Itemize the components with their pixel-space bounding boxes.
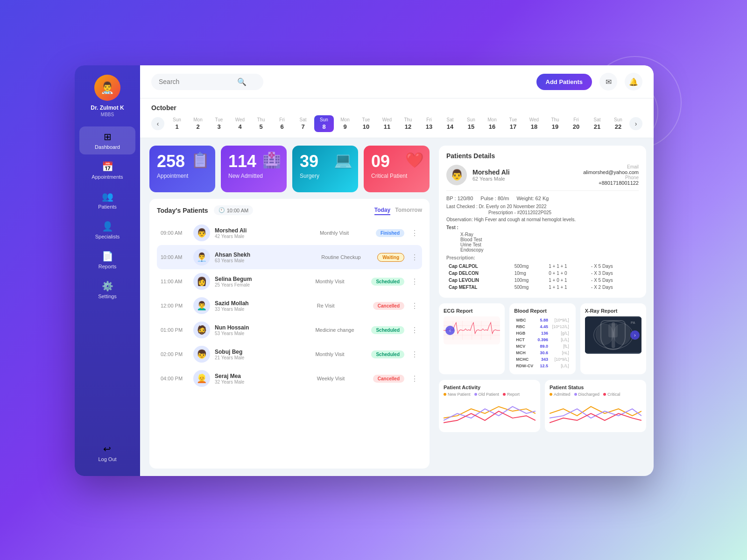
stat-icon: ❤️ xyxy=(405,151,424,169)
patient-row[interactable]: 11:00 AM 👩 Selina Begum 25 Years Female … xyxy=(157,269,422,294)
blood-name: HCT xyxy=(515,337,535,343)
patient-age: 21 Years Male xyxy=(215,355,310,360)
activity-legend: New PatientOld PatientReport xyxy=(444,392,536,397)
svg-rect-13 xyxy=(612,322,615,348)
sidebar-label-dashboard: Dashboard xyxy=(95,144,120,150)
calendar-days: Sun1Mon2Tue3Wed4Thu5Fri6Sat7Sun8Mon9Tue1… xyxy=(167,115,627,132)
patient-detail-name: Morshed Ali xyxy=(472,168,510,176)
blood-row: RDW-CV 12.5 [L/L] xyxy=(515,363,570,369)
status-badge: Scheduled xyxy=(371,326,404,334)
calendar-day-13[interactable]: Fri13 xyxy=(419,115,439,132)
patient-rows: 09:00 AM 👨 Morshed Ali 42 Years Male Mon… xyxy=(157,221,422,391)
calendar-day-6[interactable]: Fri6 xyxy=(272,115,292,132)
blood-row: MCHC 343 [10*9/L] xyxy=(515,357,570,362)
calendar-day-18[interactable]: Wed18 xyxy=(524,115,544,132)
calendar-day-7[interactable]: Sat7 xyxy=(293,115,313,132)
search-box[interactable]: 🔍 xyxy=(151,74,263,90)
blood-report-card: Blood Report WBC 5.88 [10*9/L] RBC 4.45 … xyxy=(509,303,575,374)
calendar-day-15[interactable]: Sun15 xyxy=(461,115,481,132)
calendar-day-4[interactable]: Wed4 xyxy=(230,115,250,132)
stat-icon: 📋 xyxy=(191,151,210,169)
sidebar-item-specialists[interactable]: 👤 Specialists xyxy=(79,216,135,244)
row-menu-button[interactable]: ⋮ xyxy=(411,277,418,286)
row-menu-button[interactable]: ⋮ xyxy=(411,374,418,383)
row-menu-button[interactable]: ⋮ xyxy=(411,326,418,335)
notifications-button[interactable]: 🔔 xyxy=(625,73,642,91)
legend-dot xyxy=(603,393,606,396)
row-menu-button[interactable]: ⋮ xyxy=(411,253,418,262)
calendar-day-22[interactable]: Sun22 xyxy=(608,115,627,132)
blood-unit: [L/L] xyxy=(551,363,570,369)
calendar-day-17[interactable]: Tue17 xyxy=(503,115,523,132)
patient-row[interactable]: 04:00 PM 👱 Seraj Mea 32 Years Male Weekl… xyxy=(157,366,422,391)
calendar-day-20[interactable]: Fri20 xyxy=(566,115,586,132)
status-badge: Scheduled xyxy=(371,278,404,286)
calendar-next-button[interactable]: › xyxy=(629,117,642,130)
sidebar-item-reports[interactable]: 📄 Reports xyxy=(79,246,135,274)
patient-row[interactable]: 02:00 PM 👦 Sobuj Beg 21 Years Male Month… xyxy=(157,342,422,366)
patient-row[interactable]: 01:00 PM 🧔 Nun Hossain 53 Years Male Med… xyxy=(157,318,422,342)
tab-tomorrow[interactable]: Tomorrow xyxy=(395,206,422,215)
blood-name: HGB xyxy=(515,330,535,336)
calendar-day-11[interactable]: Wed11 xyxy=(377,115,397,132)
add-patients-button[interactable]: Add Patients xyxy=(536,74,592,90)
calendar-day-10[interactable]: Tue10 xyxy=(356,115,376,132)
patient-avatar: 👩 xyxy=(193,273,210,290)
calendar-day-2[interactable]: Mon2 xyxy=(188,115,208,132)
prescription-id: Prescription - #20112022P025 xyxy=(446,210,639,215)
patient-row[interactable]: 09:00 AM 👨 Morshed Ali 42 Years Male Mon… xyxy=(157,221,422,245)
patient-row[interactable]: 12:00 PM 👨‍🦱 Sazid Mollah 33 Years Male … xyxy=(157,294,422,318)
reports-icon: 📄 xyxy=(102,251,113,262)
blood-unit: [10*9/L] xyxy=(551,317,570,323)
patient-name: Selina Begum xyxy=(215,276,310,282)
presc-name: Cap LEVOLIN xyxy=(447,277,512,283)
calendar-day-3[interactable]: Tue3 xyxy=(209,115,229,132)
legend-label: Old Patient xyxy=(479,392,500,397)
logout-button[interactable]: ↩ Log Out xyxy=(92,439,122,467)
ecg-report-title: ECG Report xyxy=(444,308,500,314)
row-menu-button[interactable]: ⋮ xyxy=(411,350,418,359)
mail-button[interactable]: ✉ xyxy=(599,73,617,91)
calendar-day-16[interactable]: Mon16 xyxy=(482,115,502,132)
calendar-day-1[interactable]: Sun1 xyxy=(167,115,187,132)
calendar-day-21[interactable]: Sat21 xyxy=(587,115,607,132)
test-items: X-Ray Blood Test Urine Test Endoscopy xyxy=(446,232,639,252)
sidebar-item-patients[interactable]: 👥 Patients xyxy=(79,186,135,214)
calendar-day-9[interactable]: Mon9 xyxy=(335,115,355,132)
calendar-day-5[interactable]: Thu5 xyxy=(251,115,271,132)
prescription-row: Cap MEFTAL 500mg 1 + 1 + 1 - X 2 Days xyxy=(447,284,638,290)
calendar-day-12[interactable]: Thu12 xyxy=(398,115,418,132)
row-menu-button[interactable]: ⋮ xyxy=(411,301,418,310)
tab-today[interactable]: Today xyxy=(374,206,390,215)
patient-visit: Monthly Visit xyxy=(315,279,366,284)
stat-label: Appointment xyxy=(157,173,208,179)
patient-time: 12:00 PM xyxy=(161,303,189,308)
patient-detail-age: 62 Years Male xyxy=(472,176,510,182)
blood-value: 4.45 xyxy=(536,324,550,329)
xray-report-card: X-Ray Report xyxy=(580,303,646,374)
xray-image: PA › xyxy=(585,316,641,354)
legend-dot xyxy=(503,393,506,396)
calendar-prev-button[interactable]: ‹ xyxy=(151,117,164,130)
calendar-day-19[interactable]: Thu19 xyxy=(545,115,565,132)
sidebar-item-appointments[interactable]: 📅 Appointments xyxy=(79,156,135,184)
legend-label: Admitted xyxy=(554,392,571,397)
presc-schedule: 1 + 1 + 1 xyxy=(547,263,589,269)
search-input[interactable] xyxy=(159,78,233,85)
legend-dot xyxy=(574,393,577,396)
ecg-prev-button[interactable]: ‹ xyxy=(445,326,455,335)
calendar-day-14[interactable]: Sat14 xyxy=(440,115,460,132)
sidebar-item-settings[interactable]: ⚙️ Settings xyxy=(79,276,135,304)
blood-report-title: Blood Report xyxy=(514,308,571,314)
observation: Observation: High Fever and cough at nor… xyxy=(446,217,639,222)
calendar-day-8[interactable]: Sun8 xyxy=(314,115,334,132)
sidebar-item-dashboard[interactable]: ⊞ Dashboard xyxy=(79,126,135,154)
vitals-row: BP : 120/80 Pulse : 80/m Weight: 62 Kg xyxy=(446,196,639,201)
stat-label: Critical Patient xyxy=(371,173,422,179)
blood-name: MCH xyxy=(515,350,535,356)
xray-next-button[interactable]: › xyxy=(630,330,640,340)
row-menu-button[interactable]: ⋮ xyxy=(411,229,418,238)
phone-label: Phone xyxy=(583,175,639,180)
email-label: Email xyxy=(583,164,639,169)
patient-row[interactable]: 10:00 AM 👨‍💼 Ahsan Shekh 63 Years Male R… xyxy=(157,245,422,269)
